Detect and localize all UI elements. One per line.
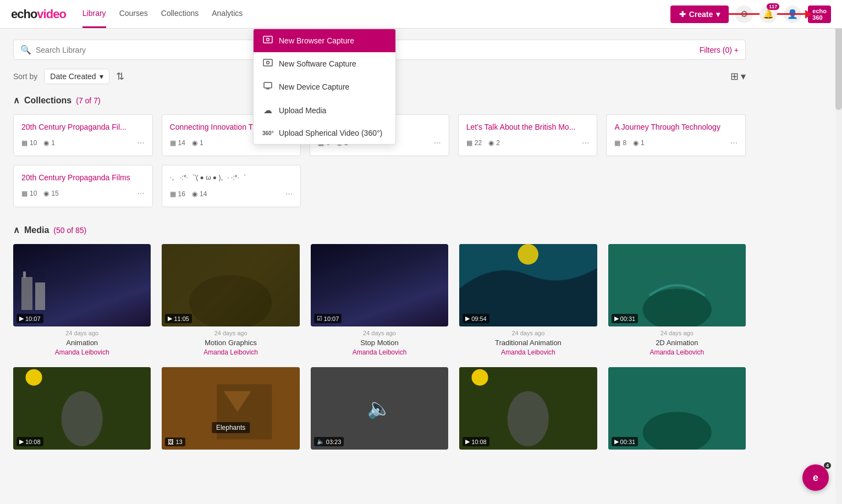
logo[interactable]: echovideo	[11, 7, 66, 21]
media-card[interactable]: ▶ 00:31	[608, 367, 746, 453]
play-icon: ▶	[465, 438, 470, 445]
nav-library[interactable]: Library	[82, 0, 106, 28]
collection-card[interactable]: ·。 ·:*·゜'( ● ω ● )。· ·:*·゜ ▦ 16 ◉ 14 ···	[162, 165, 301, 207]
media-date: 24 days ago	[311, 330, 448, 336]
user-icon: ◉	[192, 139, 197, 147]
sort-order-icon[interactable]: ⇅	[116, 70, 124, 82]
media-author: Amanda Leibovich	[311, 348, 448, 356]
media-section: ∧ Media (50 of 85) ▶ 10:07 24 days ago A…	[13, 225, 746, 453]
card-label: Elephants	[212, 422, 250, 433]
collection-card[interactable]: Let's Talk About the British Mo... ▦ 22 …	[458, 114, 598, 156]
user-count: ◉ 1	[192, 139, 203, 147]
media-thumbnail: ☑ 10:07	[311, 244, 448, 326]
media-duration: ▶ 10:08	[463, 437, 489, 446]
new-device-capture-item[interactable]: New Device Capture	[254, 75, 395, 98]
collection-title: ·。 ·:*·゜'( ● ω ● )。· ·:*·゜	[170, 173, 293, 182]
settings-button[interactable]: ⚙	[735, 5, 753, 23]
video-icon: ▦	[21, 190, 27, 197]
play-icon: ▶	[614, 438, 619, 445]
card-more-button[interactable]: ···	[433, 138, 441, 148]
media-title: Traditional Animation	[459, 339, 597, 347]
user-count: ◉ 2	[488, 139, 500, 147]
card-more-button[interactable]: ···	[285, 189, 293, 199]
user-menu[interactable]: 👤	[784, 5, 801, 23]
collections-title: Collections	[24, 96, 71, 106]
media-card[interactable]: 🔈 🔈 03:23	[311, 367, 448, 453]
collection-title: Let's Talk About the British Mo...	[466, 123, 590, 131]
svg-rect-7	[35, 283, 45, 310]
collection-meta: ▦ 16 ◉ 14 ···	[170, 189, 293, 199]
media-date: 24 days ago	[162, 330, 299, 336]
view-chevron-icon: ▾	[741, 70, 746, 82]
echo360-avatar[interactable]: echo360	[808, 5, 831, 23]
svg-rect-6	[21, 277, 32, 310]
collection-card[interactable]: A Journey Through Technology ▦ 8 ◉ 1 ···	[606, 114, 746, 156]
media-thumbnail: Elephants 🖼 13	[162, 367, 299, 450]
sort-value: Date Created	[50, 72, 96, 81]
user-icon: ◉	[633, 139, 639, 147]
media-card[interactable]: ▶ 09:54 24 days ago Traditional Animatio…	[459, 244, 597, 356]
video-count: ▦ 8	[614, 139, 626, 147]
media-author: Amanda Leibovich	[162, 348, 299, 356]
nav-links: Library Courses Collections Analytics	[82, 0, 243, 28]
svg-rect-8	[23, 272, 26, 278]
collections-chevron-icon[interactable]: ∧	[13, 95, 20, 106]
collection-title: 20th Century Propaganda Films	[21, 173, 145, 182]
media-card[interactable]: ▶ 10:07 24 days ago Animation Amanda Lei…	[13, 244, 151, 356]
card-more-button[interactable]: ···	[137, 189, 144, 198]
view-toggle[interactable]: ⊞ ▾	[730, 70, 746, 82]
media-chevron-icon[interactable]: ∧	[13, 225, 20, 235]
collections-count: (7 of 7)	[76, 96, 100, 105]
browser-capture-icon	[262, 36, 273, 46]
media-card[interactable]: ☑ 10:07 24 days ago Stop Motion Amanda L…	[311, 244, 448, 356]
media-thumbnail: ▶ 00:31	[608, 244, 746, 326]
nav-analytics[interactable]: Analytics	[212, 0, 243, 28]
video-icon: ▦	[614, 139, 620, 147]
media-card[interactable]: ▶ 10:08	[459, 367, 597, 453]
user-icon: ◉	[43, 139, 49, 147]
collection-meta: ▦ 22 ◉ 2 ···	[466, 138, 590, 148]
software-capture-label: New Software Capture	[279, 59, 356, 68]
new-browser-capture-item[interactable]: New Browser Capture	[254, 29, 395, 52]
media-card[interactable]: ▶ 10:08	[13, 367, 151, 453]
media-card[interactable]: Elephants 🖼 13	[162, 367, 299, 453]
media-card[interactable]: ▶ 00:31 24 days ago 2D Animation Amanda …	[608, 244, 746, 356]
media-duration: ▶ 10:07	[16, 314, 43, 323]
card-more-button[interactable]: ···	[582, 138, 589, 148]
video-count: ▦ 10	[21, 139, 37, 147]
collection-title: 20th Century Propaganda Fil...	[21, 123, 145, 131]
svg-rect-4	[264, 82, 272, 88]
collection-card[interactable]: 20th Century Propaganda Fil... ▦ 10 ◉ 1 …	[13, 114, 153, 156]
media-title: Media	[24, 225, 49, 235]
collections-row2: 20th Century Propaganda Films ▦ 10 ◉ 15 …	[13, 165, 746, 207]
notifications-button[interactable]: 🔔 117	[760, 5, 777, 23]
device-capture-label: New Device Capture	[279, 82, 349, 91]
svg-point-22	[508, 391, 549, 446]
nav-right: ✚ Create ▾ ⚙ 🔔 117 👤 echo360	[670, 5, 831, 23]
nav-courses[interactable]: Courses	[119, 0, 148, 28]
media-duration: ▶ 11:05	[165, 314, 192, 323]
media-grid-row2: ▶ 10:08 Elephants 🖼 13	[13, 367, 746, 453]
media-author: Amanda Leibovich	[459, 348, 597, 356]
video-count: ▦ 16	[170, 190, 185, 198]
media-card[interactable]: ▶ 11:05 24 days ago Motion Graphics Aman…	[162, 244, 299, 356]
card-more-button[interactable]: ···	[137, 138, 144, 148]
top-navigation: echovideo Library Courses Collections An…	[0, 0, 842, 29]
new-software-capture-item[interactable]: New Software Capture	[254, 52, 395, 75]
filters-button[interactable]: Filters (0) +	[700, 46, 739, 54]
media-duration: ▶ 10:08	[16, 437, 43, 446]
sort-dropdown[interactable]: Date Created ▾	[44, 69, 109, 84]
svg-point-16	[26, 369, 42, 386]
video-count: ▦ 14	[170, 139, 185, 147]
create-button[interactable]: ✚ Create ▾	[670, 5, 729, 23]
media-duration: 🖼 13	[165, 437, 185, 446]
collection-card[interactable]: 20th Century Propaganda Films ▦ 10 ◉ 15 …	[13, 165, 153, 207]
upload-spherical-item[interactable]: 360° Upload Spherical Video (360°)	[254, 122, 395, 144]
upload-media-item[interactable]: ☁ Upload Media	[254, 98, 395, 122]
collection-meta: ▦ 8 ◉ 1 ···	[614, 138, 738, 148]
card-more-button[interactable]: ···	[730, 138, 738, 148]
user-icon: ◉	[43, 190, 49, 197]
svg-point-3	[267, 62, 269, 64]
nav-collections[interactable]: Collections	[161, 0, 199, 28]
media-duration: ▶ 00:31	[612, 437, 639, 446]
